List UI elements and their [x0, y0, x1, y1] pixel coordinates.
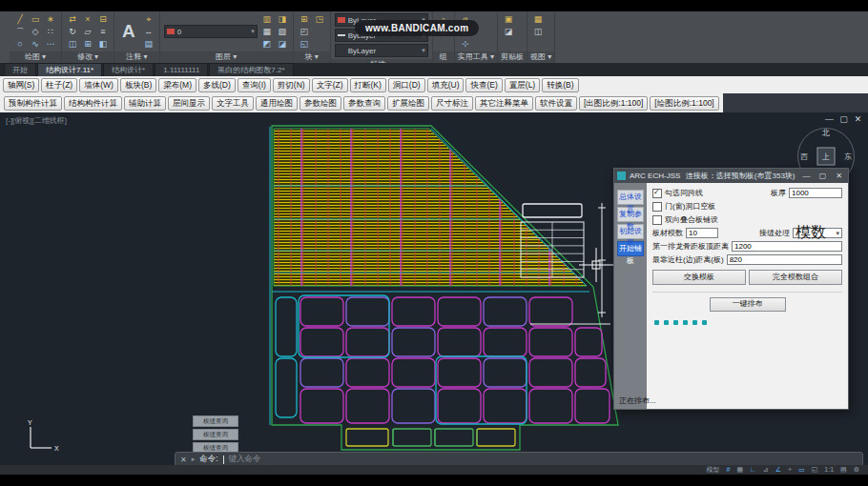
plugin-menu-button[interactable]: 板块(B): [120, 78, 156, 92]
ribbon-tool-icon[interactable]: ▧: [276, 26, 289, 38]
module-input[interactable]: [686, 228, 718, 238]
plugin-menu-button[interactable]: 置层(L): [505, 78, 540, 92]
ribbon-tool-icon[interactable]: ◧: [96, 38, 110, 51]
ribbon-combo[interactable]: ByLayer▾: [335, 44, 428, 57]
ribbon-tool-icon[interactable]: ▤: [142, 38, 155, 51]
plugin-menu-button[interactable]: 快查(E): [465, 78, 502, 92]
plugin-menu-button[interactable]: 打断(K): [350, 78, 386, 92]
dialog-sidebar-item[interactable]: 初始设置: [617, 224, 644, 239]
compass-north-label[interactable]: 北: [822, 128, 830, 138]
ribbon-tool-icon[interactable]: ▥: [260, 13, 274, 26]
ribbon-tool-icon[interactable]: ⇄: [66, 13, 79, 26]
ribbon-tool-icon[interactable]: ↔: [142, 26, 155, 38]
ribbon-tool-icon[interactable]: ▭: [29, 13, 42, 26]
plugin-menu-button[interactable]: 结构构件计算: [64, 96, 122, 111]
ribbon-tool-icon[interactable]: ◳: [313, 13, 326, 26]
checkbox-opening-skip[interactable]: [652, 202, 662, 212]
status-toggle-icon[interactable]: ▤: [837, 465, 850, 475]
ribbon-tool-icon[interactable]: ◰: [298, 26, 311, 38]
ribbon-tool-icon[interactable]: ▣: [502, 13, 515, 26]
plugin-menu-button[interactable]: 柱子(Z): [41, 78, 77, 92]
plugin-menu-button[interactable]: 转换(B): [542, 78, 578, 92]
plugin-menu-button[interactable]: [绘图比例:1:100]: [650, 96, 718, 111]
ribbon-tool-icon[interactable]: ≡: [96, 26, 110, 38]
compass-top-face[interactable]: 上: [817, 148, 836, 166]
plugin-menu-button[interactable]: 预制构件计算: [4, 96, 62, 111]
ribbon-tool-icon[interactable]: ▦: [531, 13, 545, 26]
auto-module-button[interactable]: 完全模数组合: [749, 270, 842, 285]
ribbon-tool-icon[interactable]: ◨: [276, 13, 289, 26]
ribbon-tool-icon[interactable]: ∗: [44, 13, 57, 26]
plugin-menu-button[interactable]: 参数绘图: [300, 96, 341, 111]
plugin-menu-button[interactable]: 填充(U): [427, 78, 465, 92]
status-toggle-icon[interactable]: 模型: [703, 465, 722, 475]
ribbon-tool-icon[interactable]: ×: [81, 13, 94, 26]
new-tab-button[interactable]: +: [259, 63, 273, 75]
ribbon-tool-icon[interactable]: ◱: [298, 38, 311, 51]
ribbon-tool-icon[interactable]: ▱: [81, 26, 94, 38]
plugin-menu-button[interactable]: 墙体(W): [79, 78, 118, 92]
ribbon-tool-icon[interactable]: ∷: [44, 26, 57, 38]
dialog-sidebar-item[interactable]: 复制参数: [617, 207, 644, 222]
slab-thickness-input[interactable]: [789, 188, 842, 198]
status-toggle-icon[interactable]: 1:1: [821, 465, 837, 475]
ribbon-tool-icon[interactable]: ⋯: [44, 38, 57, 51]
plugin-menu-button[interactable]: 扩展绘图: [387, 96, 429, 111]
document-tab[interactable]: 开始: [4, 63, 36, 76]
ribbon-tool-icon[interactable]: ∿: [29, 38, 42, 51]
plugin-menu-button[interactable]: 通用绘图: [256, 96, 298, 111]
compass-east-label[interactable]: 东: [844, 152, 852, 162]
ribbon-tool-icon[interactable]: ⊞: [81, 38, 94, 51]
ribbon-tool-icon[interactable]: ▦: [260, 26, 274, 38]
ribbon-tool-icon[interactable]: ╱: [13, 13, 27, 26]
ribbon-combo[interactable]: 0▾: [164, 25, 258, 38]
plugin-menu-button[interactable]: 其它注释菜单: [475, 96, 533, 111]
ribbon-panel-label[interactable]: 修改 ▾: [62, 51, 114, 63]
close-icon[interactable]: ✕: [852, 114, 864, 124]
ribbon-panel-label[interactable]: 实用工具 ▾: [455, 51, 497, 63]
compass-west-label[interactable]: 西: [800, 152, 808, 162]
status-toggle-icon[interactable]: ◱: [809, 465, 821, 475]
ribbon-panel-label[interactable]: 注释 ▾: [114, 51, 159, 63]
ribbon-tool-icon[interactable]: ⌖: [142, 13, 155, 26]
ribbon-tool-icon[interactable]: ◇: [29, 26, 42, 38]
plugin-menu-button[interactable]: 查询(I): [238, 78, 271, 92]
status-toggle-icon[interactable]: ∟: [747, 465, 759, 475]
status-toggle-icon[interactable]: ∠: [773, 465, 784, 475]
document-tab[interactable]: 黑白的结构图改7.2*: [209, 63, 293, 76]
plugin-menu-button[interactable]: 梁布(M): [158, 78, 196, 92]
command-close-icon[interactable]: ✕: [180, 456, 187, 464]
checkbox-two-way-slab[interactable]: [652, 215, 662, 225]
plugin-menu-button[interactable]: 洞口(D): [388, 78, 425, 92]
document-tab[interactable]: 1.11111111: [155, 63, 208, 76]
ribbon-tool-icon[interactable]: ◩: [260, 38, 274, 51]
document-tab[interactable]: 结构设计7.11*: [37, 63, 102, 76]
ribbon-tool-icon[interactable]: ⊹: [459, 38, 472, 51]
one-key-layout-button[interactable]: 一键排布: [710, 297, 786, 312]
ribbon-panel-label[interactable]: 组: [433, 51, 454, 63]
ribbon-tool-icon[interactable]: ⊞: [298, 13, 311, 26]
plugin-menu-button[interactable]: 文字工具: [212, 96, 254, 111]
plugin-menu-button[interactable]: 尺寸标注: [431, 96, 473, 111]
joint-select[interactable]: 模数 ▾: [793, 228, 842, 238]
document-tab[interactable]: 结构设计*: [103, 63, 154, 76]
status-toggle-icon[interactable]: #: [723, 465, 733, 475]
command-line[interactable]: ✕ ▸ 命令: 键入命令: [175, 452, 863, 465]
ribbon-tool-icon[interactable]: ◫: [531, 26, 545, 38]
checkbox-span-line[interactable]: [652, 189, 662, 198]
minimize-icon[interactable]: —: [823, 114, 836, 124]
ribbon-panel-label[interactable]: 块 ▾: [294, 51, 330, 63]
dialog-minimize-icon[interactable]: —: [800, 172, 813, 180]
status-toggle-icon[interactable]: ⊿: [760, 465, 772, 475]
dialog-restore-icon[interactable]: ▢: [816, 172, 829, 180]
plugin-menu-button[interactable]: 软件设置: [535, 96, 577, 111]
swap-template-button[interactable]: 交换模板: [652, 270, 746, 285]
status-toggle-icon[interactable]: ⚙: [851, 465, 862, 475]
plugin-menu-button[interactable]: 辅助计算: [124, 96, 166, 111]
ribbon-panel-label[interactable]: 绘图 ▾: [10, 51, 61, 63]
plugin-menu-button[interactable]: 多线(D): [198, 78, 236, 92]
command-menu-icon[interactable]: ▸: [192, 456, 196, 463]
plugin-menu-button[interactable]: 层间显示: [168, 96, 210, 111]
edge-distance-input[interactable]: [727, 254, 842, 265]
ribbon-panel-label[interactable]: 视图 ▾: [527, 51, 554, 63]
